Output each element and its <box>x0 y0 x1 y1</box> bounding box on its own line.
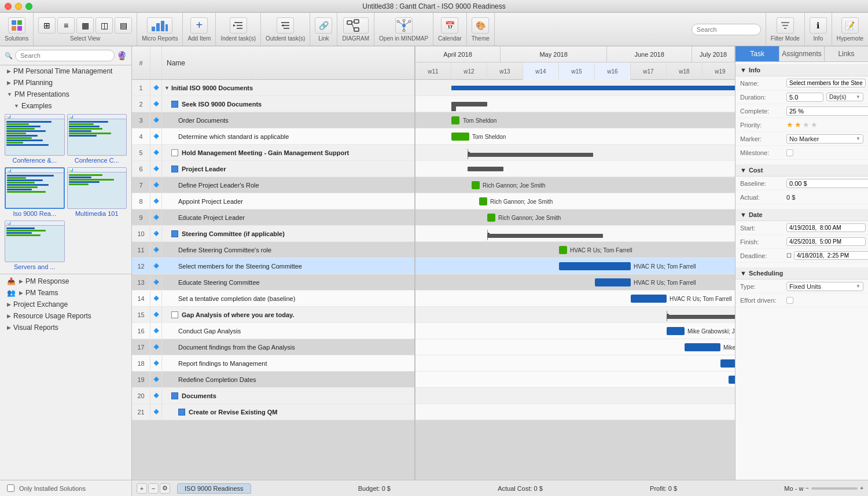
star-4[interactable]: ★ <box>811 120 818 129</box>
info-duration-input[interactable] <box>786 93 823 102</box>
only-installed-checkbox[interactable] <box>7 484 14 492</box>
info-name-input[interactable] <box>786 79 866 87</box>
milestone-checkbox[interactable] <box>786 149 793 156</box>
toolbar-search-input[interactable] <box>692 24 761 35</box>
thumb-multimedia[interactable]: 📊 Multimedia 101 <box>67 167 127 217</box>
info-row-type: Type: Fixed Units ▼ <box>735 280 868 293</box>
table-row[interactable]: 4 🔷 Determine which standard is applicab… <box>132 128 414 145</box>
add-row-button[interactable]: + <box>137 483 147 494</box>
table-row[interactable]: 6 🔷 Project Leader <box>132 161 414 177</box>
micro-reports-icon[interactable] <box>147 17 172 34</box>
table-row[interactable]: 13 🔷 Educate Steering Committee <box>132 274 414 291</box>
star-3[interactable]: ★ <box>803 120 810 129</box>
table-row[interactable]: 11 🔷 Define Steering Committee's role <box>132 242 414 258</box>
table-row[interactable]: 3 🔷 Order Documents <box>132 112 414 128</box>
info-start-input[interactable] <box>786 223 866 232</box>
table-row[interactable]: 2 🔷 Seek ISO 9000 Documents <box>132 96 414 112</box>
sidebar-item-project-exchange[interactable]: ▶ Project Exchange <box>0 299 131 310</box>
info-complete-input[interactable] <box>786 106 868 116</box>
info-baseline-input[interactable] <box>786 179 868 188</box>
minimize-button[interactable] <box>15 3 22 10</box>
row-name: Steering Committee (if applicable) <box>162 230 414 237</box>
settings-button[interactable]: ⚙ <box>160 483 170 494</box>
diagram-icon[interactable] <box>343 17 369 34</box>
view-icon-4[interactable]: ◫ <box>95 17 113 34</box>
sidebar-item-pm-presentations[interactable]: ▼ PM Presentations <box>0 89 131 100</box>
table-row[interactable]: 12 🔷 Select members for the Steering Com… <box>132 258 414 274</box>
status-tab[interactable]: ISO 9000 Readiness <box>177 483 251 494</box>
table-row[interactable]: 7 🔷 Define Project Leader's Role <box>132 177 414 193</box>
sidebar-scroll[interactable]: ▶ PM Personal Time Management ▶ PM Plann… <box>0 65 131 480</box>
table-row[interactable]: 17 🔷 Document findings from the Gap Anal… <box>132 339 414 355</box>
info-section-scheduling-header[interactable]: ▼ Scheduling <box>735 267 868 280</box>
table-row[interactable]: 9 🔷 Educate Project Leader <box>132 210 414 226</box>
info-deadline-input[interactable] <box>794 251 868 260</box>
sidebar-item-resource-usage[interactable]: ▶ Resource Usage Reports <box>0 310 131 322</box>
calendar-icon[interactable]: 📅 <box>441 17 458 34</box>
table-row[interactable]: 10 🔷 Steering Committee (if applicable) <box>132 226 414 242</box>
table-row[interactable]: 19 🔷 Redefine Completion Dates <box>132 372 414 388</box>
zoom-slider[interactable] <box>811 487 858 490</box>
star-1[interactable]: ★ <box>786 120 793 129</box>
timeline-header: April 2018 May 2018 June 2018 July 2018 … <box>415 46 735 80</box>
hypernote-icon[interactable]: 📝 <box>841 17 859 34</box>
priority-stars[interactable]: ★ ★ ★ ★ <box>786 120 818 129</box>
info-type-dropdown[interactable]: Fixed Units ▼ <box>786 282 863 291</box>
thumb-conference1[interactable]: 📊 <box>5 114 65 164</box>
maximize-button[interactable] <box>25 3 32 10</box>
zoom-plus-icon[interactable]: + <box>860 485 863 491</box>
thumb-iso[interactable]: 📊 Iso 9000 Rea... <box>5 167 65 217</box>
table-row[interactable]: 16 🔷 Conduct Gap Analysis <box>132 323 414 339</box>
link-icon[interactable]: 🔗 <box>315 17 332 34</box>
info-finish-input[interactable] <box>786 237 866 246</box>
tab-links[interactable]: Links <box>825 46 868 61</box>
table-row[interactable]: 1 🔷 ▼ Initial ISO 9000 Documents <box>132 80 414 96</box>
sidebar-search-input[interactable] <box>15 50 115 61</box>
table-row[interactable]: 21 🔷 Create or Revise Existing QM <box>132 404 414 420</box>
info-toolbar-icon[interactable]: ℹ <box>810 17 827 34</box>
view-icon-5[interactable]: ▤ <box>115 17 132 34</box>
sidebar-item-visual-reports[interactable]: ▶ Visual Reports <box>0 322 131 333</box>
tab-task[interactable]: Task <box>735 46 779 61</box>
table-row[interactable]: 18 🔷 Report findings to Management <box>132 355 414 372</box>
thumb-servers[interactable]: 📊 Servers and ... <box>5 221 65 270</box>
info-section-cost-header[interactable]: ▼ Cost <box>735 164 868 177</box>
mindmap-icon[interactable] <box>395 17 413 34</box>
close-button[interactable] <box>5 3 12 10</box>
sidebar-item-examples[interactable]: ▼ Examples <box>0 100 131 112</box>
thumb-conference2[interactable]: 📊 Conference C... <box>67 114 127 164</box>
star-2[interactable]: ★ <box>795 120 801 129</box>
tab-assignments[interactable]: Assignments <box>779 46 825 61</box>
table-row[interactable]: 15 🔷 Gap Analysis of where you are today… <box>132 307 414 323</box>
traffic-lights[interactable] <box>5 3 32 10</box>
info-duration-unit[interactable]: Day(s) ▼ <box>826 93 863 101</box>
info-marker-dropdown[interactable]: No Marker ▼ <box>786 134 863 144</box>
sidebar-item-pm-planning[interactable]: ▶ PM Planning <box>0 77 131 89</box>
sidebar-item-only-installed[interactable]: Only Installed Solutions <box>0 483 131 494</box>
theme-icon[interactable]: 🎨 <box>472 17 489 34</box>
table-row[interactable]: 20 🔷 Documents <box>132 388 414 404</box>
table-row[interactable]: 5 🔷 Hold Management Meeting - Gain Manag… <box>132 145 414 161</box>
info-section-date-header[interactable]: ▼ Date <box>735 209 868 221</box>
sidebar-item-pm-response[interactable]: 📥 ▶ PM Response <box>0 275 131 287</box>
sidebar-item-pm-personal[interactable]: ▶ PM Personal Time Management <box>0 65 131 77</box>
table-row[interactable]: 8 🔷 Appoint Project Leader <box>132 193 414 210</box>
solutions-icon[interactable] <box>8 17 25 34</box>
view-icon-3[interactable]: ▦ <box>76 17 94 34</box>
table-row[interactable]: 14 🔷 Set a tentative completion date (ba… <box>132 291 414 307</box>
sidebar-item-pm-teams[interactable]: 👥 ▶ PM Teams <box>0 287 131 299</box>
remove-row-button[interactable]: − <box>148 483 159 494</box>
gantt-chart-right: April 2018 May 2018 June 2018 July 2018 … <box>415 46 868 480</box>
indent-icon[interactable] <box>230 17 247 34</box>
filter-icon[interactable] <box>777 17 794 34</box>
gantt-task-rows[interactable]: 1 🔷 ▼ Initial ISO 9000 Documents 2 🔷 See… <box>132 80 414 480</box>
add-item-icon[interactable]: + <box>190 17 208 34</box>
effort-driven-checkbox[interactable] <box>786 297 793 304</box>
view-icon-2[interactable]: ≡ <box>57 17 75 34</box>
view-icon-1[interactable]: ⊞ <box>38 17 56 34</box>
outdent-icon[interactable] <box>277 17 294 34</box>
row-flag: 🔷 <box>150 274 162 290</box>
sidebar-search-container: 🔍 🔮 <box>0 46 131 65</box>
info-section-info-header[interactable]: ▼ Info <box>735 64 868 76</box>
zoom-minus-icon[interactable]: − <box>806 485 809 491</box>
